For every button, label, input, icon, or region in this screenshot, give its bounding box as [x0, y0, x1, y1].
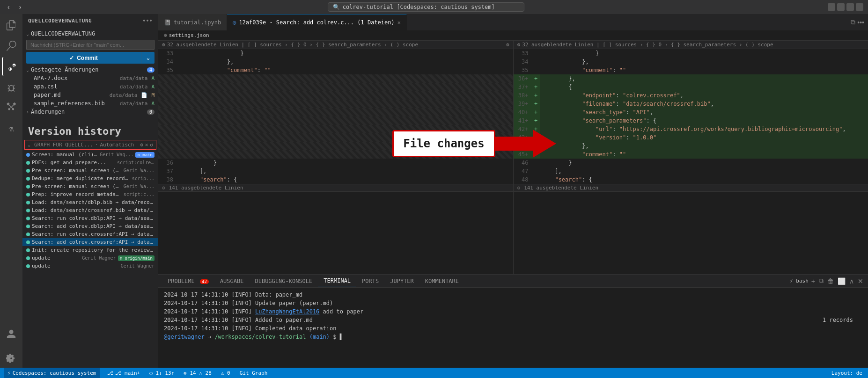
- diff-pane-right[interactable]: ⚙ 32 ausgeblendete Linien | [ ] sources …: [513, 41, 868, 274]
- run-debug-icon[interactable]: [2, 78, 21, 96]
- staged-file-apa7[interactable]: APA-7.docx data/data A: [22, 74, 158, 82]
- term-link-1[interactable]: LuZhangWangEtAl2016: [255, 308, 319, 315]
- commit-dot: [26, 264, 30, 268]
- test-icon[interactable]: ⚗: [2, 119, 21, 138]
- commit-list: Screen: manual (cli)... Gerit Wag... ⊙ m…: [22, 151, 158, 270]
- striped-line-10: [158, 150, 513, 159]
- staged-file-samplebib[interactable]: sample_references.bib data/data A: [22, 99, 158, 108]
- tab-settings-diff[interactable]: ◎ 12af039e - Search: add colrev.c... (1 …: [227, 14, 407, 30]
- code-line-47-right: 47 ],: [514, 167, 868, 175]
- commit-item-4[interactable]: Dedupe: merge duplicate records... scrip…: [22, 174, 158, 182]
- settings-gear-icon[interactable]: [2, 349, 21, 368]
- add-terminal-icon[interactable]: +: [810, 276, 816, 286]
- title-bar: ‹ › 🔍 colrev-tutorial [Codespaces: cauti…: [0, 0, 868, 14]
- tab-debugging[interactable]: DEBUGGING-KONSOLE: [249, 276, 318, 286]
- tab-terminal[interactable]: TERMINAL: [318, 276, 356, 286]
- trash-terminal-icon[interactable]: 🗑: [826, 276, 835, 286]
- address-text: colrev-tutorial [Codespaces: cautious sy…: [343, 4, 495, 10]
- commit-message-input[interactable]: [26, 40, 154, 50]
- commit-item-13[interactable]: Init: create repository for the review p…: [22, 246, 158, 254]
- sidebar-header-icons: •••: [142, 18, 153, 24]
- refresh-graph-icon[interactable]: ↺: [150, 142, 153, 148]
- split-terminal-icon[interactable]: ⧉: [818, 276, 824, 286]
- commit-dot: [26, 185, 30, 189]
- layout-status[interactable]: Layout: de: [830, 370, 864, 376]
- tab-kommentare[interactable]: KOMMENTARE: [419, 276, 464, 286]
- tab-problems[interactable]: PROBLEME 42: [162, 276, 214, 286]
- hidden-lines-left: ⚙ 141 ausgeblendete Linien: [158, 184, 513, 192]
- sidebar-toggle-icon[interactable]: [846, 3, 854, 11]
- commit-dot: [26, 177, 30, 181]
- tab-tutorial[interactable]: 📓 tutorial.ipynb: [158, 14, 227, 30]
- graph-header-icons: ⚙ ✕ ↺: [140, 142, 153, 148]
- tab-ausgabe[interactable]: AUSGABE: [214, 276, 250, 286]
- close-window-icon[interactable]: [856, 3, 863, 11]
- staged-file-papermd[interactable]: paper.md data/data 📄 M: [22, 91, 158, 99]
- address-bar[interactable]: 🔍 colrev-tutorial [Codespaces: cautious …: [328, 2, 524, 12]
- main-branch-badge: ⊙ main: [135, 152, 154, 158]
- code-line-39-right: 39+ + "filename": "data/search/crossref.…: [514, 100, 868, 108]
- maximize-terminal-icon[interactable]: ⬜: [837, 276, 846, 286]
- hidden-lines-right: ⚙ 141 ausgeblendete Linien: [514, 184, 868, 192]
- errors-status[interactable]: ⊗ 14 △ 28: [182, 370, 213, 376]
- commit-item-9[interactable]: Search: run colrev.dblp:API → data/searc…: [22, 214, 158, 222]
- activity-bar: ⚗: [0, 14, 22, 368]
- striped-line-7: [158, 125, 513, 133]
- account-icon[interactable]: [2, 325, 21, 343]
- chevron-down-icon: ⌄: [26, 31, 29, 36]
- staged-changes-header[interactable]: ⌄ Gestagete Änderungen 4: [22, 65, 158, 74]
- codespaces-status[interactable]: ⚡ Codespaces: cautious system: [4, 368, 100, 378]
- commit-button[interactable]: ✓ Commit: [26, 52, 141, 64]
- commit-dot: [26, 248, 30, 252]
- sync-status[interactable]: ○ 1↓ 13↑: [147, 370, 176, 376]
- commit-dot: [26, 233, 30, 236]
- commit-dot: [26, 217, 30, 220]
- source-control-icon[interactable]: [2, 57, 21, 76]
- staged-file-apacsl[interactable]: apa.csl data/data A: [22, 82, 158, 91]
- chevron-up-terminal-icon[interactable]: ∧: [848, 276, 855, 286]
- striped-line-2: [158, 83, 513, 91]
- back-button[interactable]: ‹: [5, 2, 13, 12]
- commit-item-10[interactable]: Search: add colrev.dblp:API → data/searc…: [22, 222, 158, 230]
- extensions-icon[interactable]: [2, 98, 21, 117]
- minimize-icon[interactable]: [828, 3, 835, 11]
- commit-item-6[interactable]: Prep: improve record metadata... script:…: [22, 190, 158, 198]
- commit-item-5[interactable]: Pre-screen: manual screen (cli)... Gerit…: [22, 182, 158, 190]
- title-bar-actions: [828, 3, 863, 11]
- forward-button[interactable]: ›: [16, 2, 24, 12]
- close-terminal-icon[interactable]: ✕: [857, 276, 864, 286]
- commit-item-11[interactable]: Search: run colrev.crossref:API → data/s…: [22, 230, 158, 238]
- commit-item-1[interactable]: Screen: manual (cli)... Gerit Wag... ⊙ m…: [22, 151, 158, 159]
- more-tabs-icon[interactable]: •••: [857, 18, 864, 26]
- warnings-status[interactable]: ⚠ 0: [219, 370, 232, 376]
- commit-update-1[interactable]: update Gerit Wagner ⊙ origin/main: [22, 254, 158, 262]
- tab-jupyter[interactable]: JUPYTER: [384, 276, 419, 286]
- tab-close-icon[interactable]: ✕: [397, 19, 401, 26]
- split-editor-icon[interactable]: ⧉: [851, 18, 855, 26]
- commit-item-8[interactable]: Load: data/search/crossref.bib → data/re…: [22, 206, 158, 214]
- commit-item-7[interactable]: Load: data/search/dblp.bib → data/recor.…: [22, 198, 158, 206]
- close-graph-icon[interactable]: ✕: [145, 142, 148, 148]
- maximize-icon[interactable]: [837, 3, 845, 11]
- commit-item-3[interactable]: Pre-screen: manual screen (cli)... Gerit…: [22, 167, 158, 174]
- search-sidebar-icon[interactable]: [2, 36, 21, 55]
- commit-item-12[interactable]: Search: add colrev.crossref:API → data/s…: [22, 238, 158, 246]
- commit-message-field[interactable]: [26, 40, 154, 50]
- commit-item-2[interactable]: PDFs: get and prepare... script:colrev p…: [22, 159, 158, 167]
- git-graph-status[interactable]: Git Graph: [238, 370, 270, 376]
- changes-header[interactable]: › Änderungen 0: [22, 108, 158, 116]
- explorer-icon[interactable]: [2, 16, 21, 35]
- source-control-header[interactable]: ⌄ QUELLCODEVERWALTUNG: [22, 29, 158, 38]
- code-line-36-right: 36+ + },: [514, 74, 868, 83]
- commit-dropdown-button[interactable]: ⌄: [141, 52, 154, 64]
- code-line-45-right: 45+ + "comment": "": [514, 150, 868, 159]
- tab-ports[interactable]: PORTS: [356, 276, 384, 286]
- settings-icon-left: ⚙: [162, 42, 165, 48]
- more-icon[interactable]: •••: [142, 18, 153, 24]
- branch-status[interactable]: ⎇ ⎇ main+: [105, 370, 142, 376]
- diff-pane-left[interactable]: ⚙ 32 ausgeblendete Linien | [ ] sources …: [158, 41, 513, 274]
- commit-update-2[interactable]: update Gerit Wagner: [22, 262, 158, 270]
- settings-circle-icon[interactable]: ⚙: [140, 142, 143, 148]
- striped-line-1: [158, 74, 513, 83]
- code-line-44-right: 44+ + },: [514, 142, 868, 150]
